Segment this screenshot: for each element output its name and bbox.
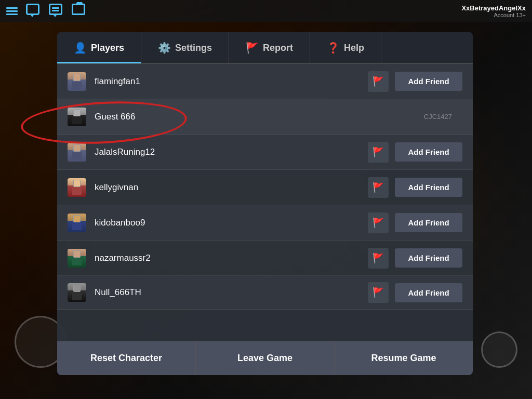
- player-name: kellygivnan: [95, 182, 368, 193]
- topbar: XxBetrayedAngelXx Account 13+: [0, 0, 532, 22]
- avatar: [68, 108, 86, 126]
- list-item[interactable]: Null_666TH 🚩 Add Friend: [57, 276, 473, 310]
- account-label: Account 13+: [461, 12, 526, 18]
- add-friend-button[interactable]: Add Friend: [395, 178, 462, 197]
- avatar: [68, 249, 86, 268]
- reset-character-button[interactable]: Reset Character: [57, 341, 196, 375]
- player-name: kidobanboo9: [95, 218, 368, 228]
- flag-button[interactable]: 🚩: [368, 212, 389, 233]
- right-joystick[interactable]: [481, 331, 517, 368]
- topbar-left-icons: [6, 4, 86, 18]
- menu-icon[interactable]: [6, 7, 18, 15]
- add-friend-button[interactable]: Add Friend: [395, 213, 462, 232]
- resume-game-button[interactable]: Resume Game: [335, 341, 473, 375]
- list-item[interactable]: flamingfan1 🚩 Add Friend: [57, 64, 473, 99]
- player-name: Null_666TH: [95, 287, 368, 298]
- leave-game-button[interactable]: Leave Game: [196, 341, 335, 375]
- list-item[interactable]: nazarmaussr2 🚩 Add Friend: [57, 241, 473, 276]
- avatar: [68, 214, 86, 232]
- tab-settings-label: Settings: [175, 43, 212, 54]
- add-friend-button[interactable]: Add Friend: [395, 248, 462, 268]
- add-friend-button[interactable]: Add Friend: [395, 72, 462, 91]
- flag-button[interactable]: 🚩: [368, 177, 389, 198]
- player-list: flamingfan1 🚩 Add Friend Guest 666 CJC14…: [57, 64, 473, 341]
- flag-button[interactable]: 🚩: [368, 282, 389, 303]
- tab-players[interactable]: 👤 Players: [57, 32, 141, 63]
- cjc-label: CJC1427: [424, 113, 452, 121]
- list-item[interactable]: Guest 666 CJC1427: [57, 99, 473, 135]
- tab-players-label: Players: [91, 43, 124, 54]
- chat-icon[interactable]: [26, 4, 41, 18]
- player-name: flamingfan1: [95, 76, 368, 87]
- username-label: XxBetrayedAngelXx: [461, 4, 526, 12]
- flag-button[interactable]: 🚩: [368, 71, 389, 92]
- player-name: Guest 666: [95, 112, 424, 122]
- tab-settings[interactable]: ⚙️ Settings: [141, 32, 229, 63]
- avatar: [68, 178, 86, 197]
- player-name: JalalsRuning12: [95, 147, 368, 157]
- help-icon: ❓: [327, 42, 340, 54]
- tab-report-label: Report: [263, 43, 293, 54]
- tab-bar: 👤 Players ⚙️ Settings 🚩 Report ❓ Help: [57, 32, 473, 64]
- report-icon: 🚩: [246, 42, 259, 54]
- backpack-icon[interactable]: [72, 4, 86, 18]
- topbar-user-info: XxBetrayedAngelXx Account 13+: [461, 4, 526, 18]
- list-item[interactable]: kellygivnan 🚩 Add Friend: [57, 170, 473, 205]
- players-icon: 👤: [74, 42, 87, 54]
- add-friend-button[interactable]: Add Friend: [395, 142, 462, 162]
- list-item[interactable]: JalalsRuning12 🚩 Add Friend: [57, 135, 473, 170]
- avatar: [68, 283, 86, 302]
- settings-icon: ⚙️: [158, 42, 171, 54]
- chat2-icon[interactable]: [49, 4, 63, 18]
- list-item[interactable]: kidobanboo9 🚩 Add Friend: [57, 205, 473, 241]
- main-panel: 👤 Players ⚙️ Settings 🚩 Report ❓ Help fl: [57, 32, 473, 375]
- avatar: [68, 72, 86, 91]
- avatar: [68, 143, 86, 162]
- tab-help-label: Help: [344, 43, 364, 54]
- tab-report[interactable]: 🚩 Report: [229, 32, 310, 63]
- add-friend-button[interactable]: Add Friend: [395, 283, 462, 302]
- flag-button[interactable]: 🚩: [368, 248, 389, 269]
- bottom-bar: Reset Character Leave Game Resume Game: [57, 341, 473, 375]
- tab-help[interactable]: ❓ Help: [310, 32, 381, 63]
- player-name: nazarmaussr2: [95, 253, 368, 263]
- flag-button[interactable]: 🚩: [368, 142, 389, 163]
